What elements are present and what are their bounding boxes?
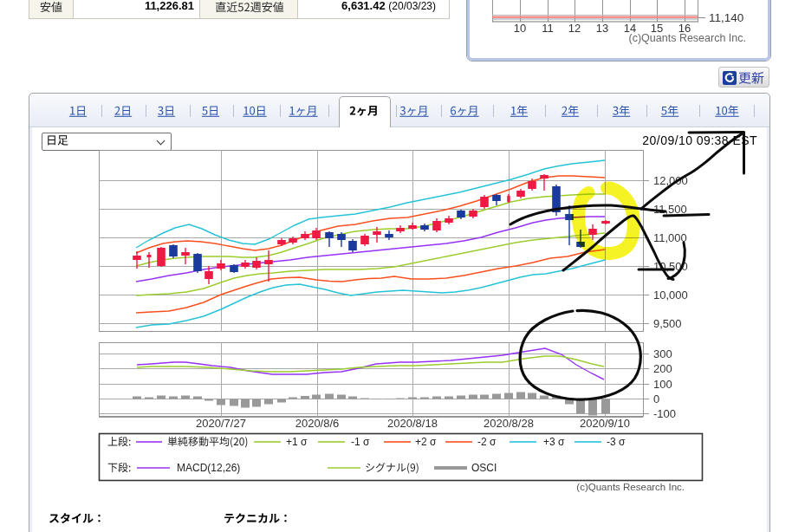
svg-text:-1 σ: -1 σ (351, 436, 370, 448)
svg-text:200: 200 (653, 362, 672, 375)
svg-text:9,500: 9,500 (653, 317, 682, 330)
svg-text:-2 σ: -2 σ (477, 436, 497, 448)
svg-text:0: 0 (653, 393, 659, 405)
svg-text:-3 σ: -3 σ (607, 436, 626, 448)
svg-text:OSCI: OSCI (471, 462, 497, 474)
svg-text:+2 σ: +2 σ (415, 436, 437, 448)
svg-text:2020/8/18: 2020/8/18 (387, 417, 438, 430)
svg-text:MACD(12,26): MACD(12,26) (177, 462, 240, 474)
svg-text:+1 σ: +1 σ (286, 436, 308, 448)
svg-text:100: 100 (653, 378, 672, 391)
svg-text:2020/8/6: 2020/8/6 (295, 417, 340, 430)
svg-text:(c)Quants Research Inc.: (c)Quants Research Inc. (576, 482, 685, 492)
svg-text:11,500: 11,500 (653, 203, 687, 216)
svg-text:2020/8/28: 2020/8/28 (484, 417, 534, 430)
svg-text:-100: -100 (653, 407, 676, 420)
svg-text:+3 σ: +3 σ (543, 436, 565, 448)
svg-text:10,000: 10,000 (653, 289, 688, 302)
svg-text:11,000: 11,000 (653, 231, 687, 244)
svg-text:300: 300 (653, 347, 672, 360)
svg-text:2020/9/10: 2020/9/10 (580, 417, 630, 430)
svg-text:2020/7/27: 2020/7/27 (196, 417, 246, 430)
